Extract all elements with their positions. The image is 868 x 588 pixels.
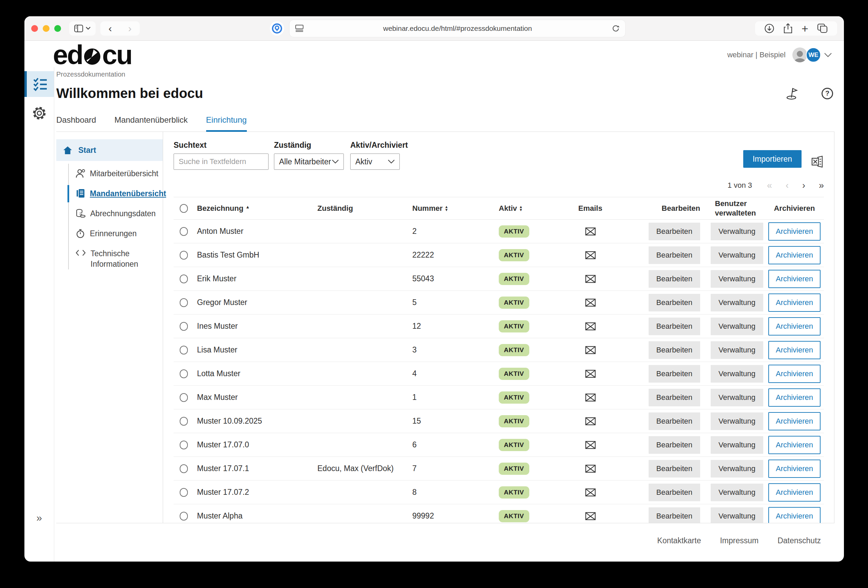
- edit-button[interactable]: Bearbeiten: [649, 413, 700, 430]
- downloads-icon[interactable]: [764, 24, 774, 34]
- nav-item-mandantenuebersicht[interactable]: Mandantenübersicht: [56, 184, 163, 204]
- next-page-button[interactable]: ›: [802, 181, 805, 190]
- nav-item-technische-informationen[interactable]: Technische Informationen: [56, 244, 163, 274]
- row-checkbox[interactable]: [180, 251, 188, 259]
- archive-button[interactable]: Archivieren: [768, 483, 821, 502]
- email-icon[interactable]: [585, 488, 596, 497]
- row-checkbox[interactable]: [180, 417, 188, 426]
- close-window-button[interactable]: [31, 25, 38, 32]
- archive-button[interactable]: Archivieren: [768, 317, 821, 336]
- manage-users-button[interactable]: Verwaltung: [711, 341, 763, 359]
- email-icon[interactable]: [585, 393, 596, 402]
- footer-link-impressum[interactable]: Impressum: [720, 536, 759, 545]
- nav-item-mitarbeiteruebersicht[interactable]: Mitarbeiterübersicht: [56, 164, 163, 184]
- manage-users-button[interactable]: Verwaltung: [711, 460, 763, 477]
- column-header-zustaendig[interactable]: Zuständig: [317, 204, 412, 213]
- manage-users-button[interactable]: Verwaltung: [711, 507, 763, 523]
- row-checkbox[interactable]: [180, 464, 188, 473]
- select-all-checkbox[interactable]: [180, 204, 188, 213]
- row-checkbox[interactable]: [180, 346, 188, 355]
- email-icon[interactable]: [585, 299, 596, 307]
- search-input[interactable]: [174, 153, 269, 170]
- share-icon[interactable]: [783, 23, 793, 34]
- archive-button[interactable]: Archivieren: [768, 365, 821, 383]
- rail-settings-item[interactable]: [24, 106, 54, 121]
- archive-button[interactable]: Archivieren: [768, 412, 821, 430]
- archive-button[interactable]: Archivieren: [768, 388, 821, 407]
- email-icon[interactable]: [585, 346, 596, 354]
- edit-button[interactable]: Bearbeiten: [649, 389, 700, 406]
- row-checkbox[interactable]: [180, 298, 188, 307]
- column-header-nummer[interactable]: Nummer ▲▼: [412, 204, 489, 213]
- archive-button[interactable]: Archivieren: [768, 223, 821, 241]
- edit-button[interactable]: Bearbeiten: [649, 246, 700, 264]
- manage-users-button[interactable]: Verwaltung: [711, 483, 763, 501]
- help-icon[interactable]: ?: [822, 88, 833, 99]
- edit-button[interactable]: Bearbeiten: [649, 460, 700, 477]
- first-page-button[interactable]: «: [767, 181, 772, 190]
- archive-button[interactable]: Archivieren: [768, 341, 821, 359]
- email-icon[interactable]: [585, 465, 596, 473]
- email-icon[interactable]: [585, 251, 596, 259]
- reload-icon[interactable]: [612, 24, 620, 32]
- email-icon[interactable]: [585, 417, 596, 425]
- edit-button[interactable]: Bearbeiten: [649, 483, 700, 501]
- manage-users-button[interactable]: Verwaltung: [711, 246, 763, 264]
- email-icon[interactable]: [585, 512, 596, 520]
- manage-users-button[interactable]: Verwaltung: [711, 318, 763, 335]
- email-icon[interactable]: [585, 370, 596, 378]
- import-button[interactable]: Importieren: [743, 150, 802, 168]
- manage-users-button[interactable]: Verwaltung: [711, 294, 763, 311]
- row-checkbox[interactable]: [180, 227, 188, 236]
- column-header-aktiv[interactable]: Aktiv ▲▼: [489, 204, 563, 213]
- edit-button[interactable]: Bearbeiten: [649, 223, 700, 240]
- tour-flag-icon[interactable]: [785, 87, 799, 100]
- edit-button[interactable]: Bearbeiten: [649, 365, 700, 383]
- email-icon[interactable]: [585, 322, 596, 330]
- manage-users-button[interactable]: Verwaltung: [711, 365, 763, 383]
- column-header-bezeichnung[interactable]: Bezeichnung ▲: [197, 204, 317, 213]
- last-page-button[interactable]: »: [819, 181, 824, 190]
- minimize-window-button[interactable]: [43, 25, 50, 32]
- row-checkbox[interactable]: [180, 369, 188, 378]
- edit-button[interactable]: Bearbeiten: [649, 294, 700, 311]
- archive-button[interactable]: Archivieren: [768, 246, 821, 264]
- back-button[interactable]: ‹: [100, 24, 120, 34]
- manage-users-button[interactable]: Verwaltung: [711, 436, 763, 454]
- footer-link-kontaktkarte[interactable]: Kontaktkarte: [657, 536, 701, 545]
- tab-overview-icon[interactable]: [817, 24, 828, 34]
- archive-button[interactable]: Archivieren: [768, 460, 821, 478]
- email-icon[interactable]: [585, 275, 596, 283]
- archive-button[interactable]: Archivieren: [768, 293, 821, 312]
- row-checkbox[interactable]: [180, 441, 188, 449]
- archive-button[interactable]: Archivieren: [768, 507, 821, 523]
- email-icon[interactable]: [585, 227, 596, 236]
- edit-button[interactable]: Bearbeiten: [649, 341, 700, 359]
- tab-mandantenueberblick[interactable]: Mandantenüberblick: [114, 115, 187, 131]
- active-select[interactable]: Aktiv: [350, 153, 400, 170]
- row-checkbox[interactable]: [180, 274, 188, 283]
- manage-users-button[interactable]: Verwaltung: [711, 389, 763, 406]
- nav-item-abrechnungsdaten[interactable]: Abrechnungsdaten: [56, 204, 163, 224]
- tab-einrichtung[interactable]: Einrichtung: [206, 115, 247, 131]
- row-checkbox[interactable]: [180, 488, 188, 497]
- rail-expand-icon[interactable]: »: [24, 512, 54, 524]
- excel-export-icon[interactable]: [811, 156, 824, 168]
- edit-button[interactable]: Bearbeiten: [649, 318, 700, 335]
- email-icon[interactable]: [585, 441, 596, 449]
- nav-item-erinnerungen[interactable]: Erinnerungen: [56, 224, 163, 244]
- prev-page-button[interactable]: ‹: [785, 181, 789, 190]
- manage-users-button[interactable]: Verwaltung: [711, 413, 763, 430]
- archive-button[interactable]: Archivieren: [768, 436, 821, 454]
- forward-button[interactable]: ›: [120, 24, 140, 34]
- onepassword-icon[interactable]: [270, 21, 284, 35]
- new-tab-icon[interactable]: +: [802, 23, 808, 34]
- zoom-window-button[interactable]: [54, 25, 61, 32]
- manage-users-button[interactable]: Verwaltung: [711, 223, 763, 240]
- rail-checklist-item[interactable]: [24, 71, 54, 97]
- reader-mode-icon[interactable]: [295, 24, 304, 32]
- manage-users-button[interactable]: Verwaltung: [711, 270, 763, 288]
- tab-dashboard[interactable]: Dashboard: [56, 115, 96, 131]
- footer-link-datenschutz[interactable]: Datenschutz: [778, 536, 821, 545]
- edocu-logo[interactable]: ed cu: [53, 44, 132, 66]
